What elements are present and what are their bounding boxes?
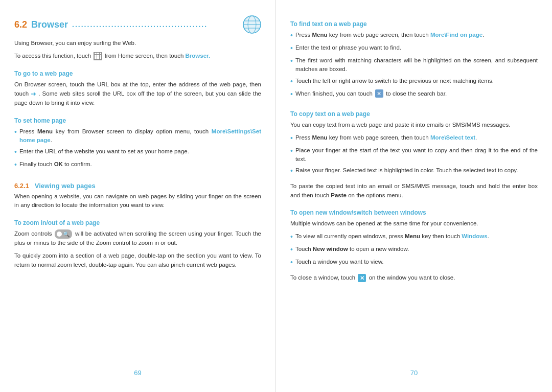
page-right: To find text on a web page • Press Menu … — [276, 0, 552, 392]
copy-text-bullet-2: • Place your finger at the start of the … — [290, 146, 538, 164]
go-to-web-body: On Browser screen, touch the URL box at … — [14, 80, 261, 108]
open-window-bullet-2: • Touch New window to open a new window. — [290, 245, 538, 255]
bullet-dot: • — [290, 56, 293, 66]
zoom-title: To zoom in/out of a web page — [14, 219, 261, 226]
page-number-right: 70 — [290, 364, 538, 377]
viewing-body: When opening a website, you can navigate… — [14, 192, 261, 210]
zoom-body1: Zoom controls 🔍 will be activated when s… — [14, 229, 261, 248]
bullet-dot: • — [290, 43, 293, 54]
copy-text-bullet-1: • Press Menu key from web page screen, t… — [290, 133, 538, 144]
copy-text-bullets: • Press Menu key from web page screen, t… — [290, 133, 538, 179]
set-home-title: To set home page — [14, 117, 261, 124]
paste-text: To paste the copied text into an email o… — [290, 182, 538, 200]
bullet-dot: • — [14, 147, 17, 157]
search-close-icon: ✕ — [375, 89, 383, 98]
bullet-dot: • — [290, 166, 293, 176]
zoom-dot — [57, 232, 62, 237]
zoom-control-icon: 🔍 — [55, 229, 72, 239]
bullet-dot: • — [290, 232, 293, 242]
go-to-web-title: To go to a web page — [14, 70, 261, 77]
section-heading: 6.2 Browser ............................… — [14, 15, 261, 34]
find-text-bullets: • Press Menu key from web page screen, t… — [290, 31, 538, 102]
zoom-body2: To quickly zoom into a section of a web … — [14, 251, 261, 269]
page-number-left: 69 — [14, 364, 261, 377]
intro-2: To access this function, touch from Home… — [14, 52, 261, 60]
browser-icon — [243, 15, 261, 34]
section-label: Browser — [31, 19, 68, 30]
set-home-bullet-1: • Press Menu key from Browser screen to … — [14, 127, 261, 145]
find-text-bullet-1: • Press Menu key from web page screen, t… — [290, 31, 538, 41]
bullet-dot: • — [14, 127, 17, 137]
set-home-bullet-2: • Enter the URL of the website you want … — [14, 147, 261, 157]
open-window-bullet-1: • To view all currently open windows, pr… — [290, 232, 538, 242]
section-dots: ........................................… — [72, 20, 239, 29]
bullet-dot: • — [290, 244, 293, 255]
copy-text-intro: You can copy text from a web page and pa… — [290, 121, 538, 129]
find-text-bullet-4: • Touch the left or right arrow to switc… — [290, 77, 538, 87]
viewing-heading: 6.2.1 Viewing web pages — [14, 182, 261, 190]
find-text-bullet-5: • When finished, you can touch ✕ to clos… — [290, 89, 538, 100]
grid-icon — [94, 52, 102, 60]
open-window-title: To open new window/switch between window… — [290, 209, 538, 216]
bullet-dot: • — [290, 146, 293, 156]
copy-text-bullet-3: • Raise your finger. Selected text is hi… — [290, 166, 538, 176]
open-window-bullets: • To view all currently open windows, pr… — [290, 232, 538, 270]
bullet-dot: • — [290, 133, 293, 144]
find-text-bullet-3: • The first word with matching character… — [290, 56, 538, 74]
bullet-dot: • — [290, 76, 293, 87]
intro-1: Using Browser, you can enjoy surfing the… — [14, 39, 261, 48]
copy-text-title: To copy text on a web page — [290, 110, 538, 118]
find-text-bullet-2: • Enter the text or phrase you want to f… — [290, 43, 538, 54]
bullet-dot: • — [14, 159, 17, 170]
magnifier-icon: 🔍 — [63, 230, 70, 239]
open-window-bullet-3: • Touch a window you want to view. — [290, 258, 538, 268]
open-window-intro: Multiple windows can be opened at the sa… — [290, 219, 538, 228]
bullet-dot: • — [290, 30, 293, 41]
close-x-icon: ✕ — [358, 274, 366, 282]
set-home-bullets: • Press Menu key from Browser screen to … — [14, 127, 261, 173]
bullet-dot: • — [290, 257, 293, 268]
page-left: 6.2 Browser ............................… — [0, 0, 276, 392]
bullet-dot: • — [290, 89, 293, 100]
set-home-bullet-3: • Finally touch OK to confirm. — [14, 160, 261, 170]
section-number: 6.2 — [14, 19, 27, 30]
close-window-text: To close a window, touch ✕ on the window… — [290, 273, 538, 282]
arrow-icon: ➜ — [31, 89, 36, 99]
find-text-title: To find text on a web page — [290, 20, 538, 28]
